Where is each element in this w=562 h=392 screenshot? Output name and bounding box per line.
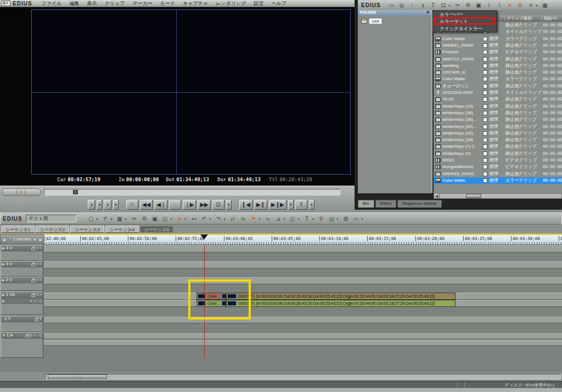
mute-icon[interactable]: v [36, 262, 38, 266]
bin-row[interactable]: striderhiryu (36)...標準静止画クリップ00:00:00;00 [434, 116, 562, 123]
bin-row[interactable]: Still0611_00000標準静止画クリップ00:00:00;00 [434, 42, 562, 49]
jog-control[interactable]: ❘❘❘ [2, 188, 41, 196]
bin-scrollbar-thumb[interactable] [466, 194, 481, 198]
add-file-icon[interactable]: ↴ [418, 2, 428, 8]
export-icon[interactable]: ⇪ [295, 200, 307, 210]
trim-icon[interactable]: ⊿ [273, 216, 284, 222]
column-start-tc[interactable]: 開始TC [542, 16, 558, 21]
set-to-player-icon[interactable]: ⇑ [494, 2, 505, 8]
clip-color-menu-icon[interactable]: ▾ [337, 217, 341, 221]
bin-row[interactable]: striderhiryu (36)標準静止画クリップ00:00:00;00 [434, 110, 562, 116]
title-icon[interactable]: T [302, 216, 312, 222]
bin-row[interactable]: 1007409_m標準静止画クリップ00:00:00;00 [434, 69, 562, 76]
bin-row[interactable]: きゅーぴっと標準静止画クリップ00:00:00;00 [434, 83, 562, 89]
up-folder-icon[interactable]: ↑ [407, 2, 418, 8]
next-frame-icon[interactable]: ❘▶ [183, 200, 196, 210]
lock-icon[interactable] [35, 318, 38, 321]
save-menu-icon[interactable]: ▾ [125, 217, 129, 221]
track-header-1va[interactable]: ▶1 VA v≡ ▶ a∿◁) [1, 292, 43, 315]
scroll-left-arrow-icon[interactable]: ◀ [434, 194, 440, 198]
speaker-icon[interactable]: ◁) [37, 333, 42, 338]
snap-icon[interactable]: ∿ [263, 216, 273, 222]
bin-row[interactable]: Still0925_00000標準静止画クリップ00:00:00;00 [434, 171, 562, 177]
bin-row[interactable]: wedding標準静止画クリップ00:00:00;00 [434, 63, 562, 69]
lock-icon[interactable] [25, 335, 29, 338]
project-name-field[interactable]: テスト用 [26, 215, 76, 222]
mute-icon[interactable]: v [36, 278, 38, 282]
lock-icon[interactable] [31, 279, 35, 282]
menu-ファイル[interactable]: ファイル [38, 0, 66, 7]
waveform-icon[interactable]: ∿ [33, 299, 36, 303]
lock-icon[interactable] [31, 248, 35, 250]
lock-icon[interactable] [31, 294, 35, 297]
view-mode-menu-icon[interactable]: ▾ [536, 3, 540, 7]
marker-menu-icon[interactable]: ▾ [259, 217, 263, 221]
track-lane-1a-2[interactable] [44, 340, 562, 346]
delete-icon[interactable]: ✕ [175, 216, 185, 222]
bin-row[interactable]: striderhiryu (33)標準静止画クリップ00:00:00;00 [434, 103, 562, 110]
menu-レンダリング[interactable]: レンダリング [212, 0, 250, 7]
menu-キャプチャ[interactable]: キャプチャ [179, 0, 212, 7]
sequence-tab-3[interactable]: シーケンス3 [70, 226, 104, 233]
sequence-tab-1[interactable]: シーケンス1 [1, 226, 35, 233]
set-in-menu-icon[interactable]: ▾ [97, 200, 102, 210]
multicam-grid-icon[interactable]: ⊞ [341, 216, 351, 222]
bin-row[interactable]: Color Matte標準カラークリップ00:00:00;00 [434, 177, 562, 184]
prev-frame-icon[interactable]: ◀❘ [154, 200, 167, 210]
track-settings-icon[interactable]: ≡ [40, 246, 42, 250]
playhead-marker[interactable] [200, 234, 208, 239]
goto-out-icon[interactable]: ▶❙ [254, 200, 267, 210]
track-settings-icon[interactable]: ≡ [40, 278, 42, 282]
sequence-tab-4[interactable]: シーケンス4 [105, 226, 139, 233]
clip-color-icon[interactable]: ▤ [327, 216, 337, 222]
redo-menu-icon[interactable]: ▾ [224, 217, 228, 221]
menu-モード[interactable]: モード [156, 0, 179, 7]
delete-menu-icon[interactable]: ▾ [185, 217, 189, 221]
track-lane-3v[interactable] [44, 261, 562, 268]
cut-icon[interactable]: ✂ [453, 2, 463, 8]
add-to-timeline-icon[interactable]: ⇓ [484, 2, 494, 8]
scale-dropdown-icon[interactable]: ▼ [33, 235, 37, 244]
bin-row[interactable]: Still0710_00000標準静止画クリップ00:00:00;00 [434, 56, 562, 63]
bin-row[interactable]: 76-05標準静止画クリップ00:00:00;00 [434, 96, 562, 103]
layout-icon[interactable]: ▭ [351, 216, 362, 222]
open-icon[interactable]: ↱ [100, 216, 111, 222]
play-around-cursor-icon[interactable]: ▶❙▶ [269, 200, 286, 210]
bin-row[interactable]: striderhiryu (4)標準静止画クリップ00:00:00;00 [434, 150, 562, 157]
menu-表示[interactable]: 表示 [83, 0, 100, 7]
folder-tree-root[interactable]: root [361, 18, 431, 24]
timeline-ruler[interactable]: 02:40;0000:02:45;0000:02:50;0000:02:55;0… [44, 234, 562, 244]
lock-icon[interactable] [31, 264, 35, 266]
track-header-1a[interactable]: ▼1 A a∿◁) [1, 332, 43, 358]
bin-row[interactable]: striderhiryu (7)-2標準静止画クリップ00:00:00;00 [434, 143, 562, 150]
track-header-1t[interactable]: 1 T T [1, 316, 43, 332]
save-icon[interactable]: ▦ [115, 216, 125, 222]
bin-row[interactable]: striderhiryu (38)標準静止画クリップ00:00:00;00 [434, 137, 562, 143]
timescale-selector[interactable]: ◀ 1 second ▼ ▶ [0, 234, 44, 244]
trim-menu-icon[interactable]: ▾ [284, 217, 288, 221]
match-frame-menu-icon[interactable]: ▾ [298, 217, 302, 221]
set-out-icon[interactable]: ◗ [104, 200, 111, 210]
bin-row[interactable]: Color Matte標準カラークリップ00:00:00;00 [434, 36, 562, 42]
scale-right-arrow-icon[interactable]: ▶ [40, 235, 42, 244]
new-clip-menu-icon[interactable]: ▾ [449, 3, 453, 7]
mute-icon[interactable]: v [36, 246, 38, 250]
bin-row[interactable]: 00001標準ビデオクリップ00:00:00;00 [434, 157, 562, 164]
expand-icon[interactable]: ▼ [2, 334, 5, 337]
menu-item-クイックタイトラー[interactable]: クイックタイトラー [433, 25, 497, 32]
undo-icon[interactable]: ↶ [199, 216, 210, 222]
seek-slider[interactable] [44, 189, 340, 195]
title-menu-icon[interactable]: ▾ [312, 217, 316, 221]
play-around-menu-icon[interactable]: ▾ [288, 200, 294, 210]
layout-menu-icon[interactable]: ▾ [362, 217, 366, 221]
track-lane-1a[interactable] [44, 333, 562, 339]
bin-row[interactable]: striderhiryu (40)...標準静止画クリップ00:00:00;00 [434, 124, 562, 130]
open-menu-icon[interactable]: ▾ [111, 217, 115, 221]
menu-ヘルプ[interactable]: ヘルプ [267, 0, 290, 7]
track-header-3v[interactable]: ▶3 V v≡ [1, 261, 43, 277]
timeline-horizontal-scrollbar[interactable]: ❘❘❘ [45, 374, 561, 379]
track-lane-4v[interactable] [44, 245, 562, 253]
set-out-menu-icon[interactable]: ▾ [113, 200, 119, 210]
cut-icon[interactable]: ✂ [129, 216, 139, 222]
toolbox-icon[interactable]: ▦ [540, 2, 550, 8]
